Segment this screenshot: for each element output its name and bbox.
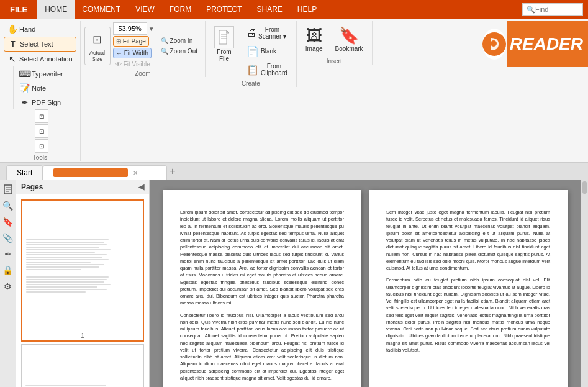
page-thumb-content-1: [22, 201, 122, 331]
zoom-out-icon: 🔍: [161, 48, 168, 55]
search-bar: 🔍: [522, 3, 583, 16]
ribbon-group-zoom: ⊡ ActualSize ▼ ⊞ Fit Page: [81, 21, 206, 77]
sidebar-signatures-button[interactable]: ✒: [1, 247, 15, 261]
sidebar-bookmarks-button[interactable]: 🔖: [1, 215, 15, 229]
insert-group-label: Insert: [327, 57, 342, 65]
from-clipboard-label: FromClipboard: [261, 63, 287, 76]
pdf-text-right-p1: Sem integer vitae justo eget magna ferme…: [386, 209, 550, 271]
from-scanner-icon: 🖨: [247, 27, 256, 39]
vertical-scrollbar[interactable]: [581, 180, 588, 387]
blank-icon: 📄: [247, 45, 259, 57]
fit-page-icon: ⊞: [116, 38, 121, 45]
pdf-page-left: Lorem ipsum dolor sit amet, consectetur …: [163, 190, 361, 387]
from-file-icon: [214, 26, 234, 48]
new-tab-button[interactable]: +: [170, 166, 175, 180]
fit-visible-icon: 👁: [115, 61, 122, 68]
pdf-text-left-p2: Consectetur libero id faucibus nisl. Ull…: [180, 312, 344, 382]
extra-tool-3[interactable]: ⊡: [35, 139, 48, 153]
select-text-button[interactable]: T Select Text: [4, 37, 76, 52]
image-button[interactable]: 🖼 Image: [301, 24, 328, 55]
fit-page-label: Fit Page: [123, 38, 146, 45]
zoom-dropdown-icon[interactable]: ▼: [148, 25, 155, 32]
pdf-page-right: Sem integer vitae justo eget magna ferme…: [369, 190, 568, 387]
select-annotation-button[interactable]: ↖ Select Annotation: [4, 52, 76, 66]
logo-icon-inner: [482, 32, 506, 56]
tab-start[interactable]: Start: [6, 165, 43, 180]
fit-page-button[interactable]: ⊞ Fit Page: [113, 36, 149, 47]
tab-close-button[interactable]: ✕: [133, 170, 138, 176]
menu-tab-protect[interactable]: PROTECT: [199, 0, 249, 19]
typewriter-icon: ⌨: [20, 69, 30, 79]
from-scanner-button[interactable]: 🖨 FromScanner ▾: [242, 24, 292, 42]
scroll-thumb[interactable]: [582, 181, 587, 194]
select-text-label: Select Text: [20, 40, 53, 48]
pdf-sign-label: PDF Sign: [32, 99, 61, 106]
zoom-input[interactable]: [113, 22, 147, 35]
ribbon: ✋ Hand T Select Text ↖ Select Annotation…: [0, 19, 588, 163]
menu-tab-file[interactable]: FILE: [0, 0, 37, 19]
pages-panel-collapse-button[interactable]: ◀: [138, 183, 144, 191]
fit-width-button[interactable]: ↔ Fit Width: [113, 48, 152, 58]
from-clipboard-icon: 📋: [247, 64, 259, 76]
pages-panel: Pages ◀: [16, 180, 150, 387]
page-thumb-content-2: [22, 345, 121, 387]
ribbon-group-create: FromFile 🖨 FromScanner ▾ 📄 Blank 📋 FromC…: [206, 21, 297, 87]
tab-document[interactable]: ✕: [43, 165, 167, 180]
sidebar-security-button[interactable]: 🔒: [1, 263, 15, 277]
select-annotation-label: Select Annotation: [19, 55, 73, 63]
note-label: Note: [32, 84, 46, 92]
pdf-text-right-p2: Fermentum odio eu feugiat pretium nibh i…: [386, 276, 550, 353]
fit-width-label: Fit Width: [124, 50, 148, 57]
hand-label: Hand: [19, 25, 35, 33]
menu-tab-form[interactable]: FORM: [162, 0, 199, 19]
menu-tab-help[interactable]: HELP: [290, 0, 324, 19]
left-sidebar: 🔍 🔖 📎 ✒ 🔒 ⚙: [0, 180, 16, 387]
fit-width-icon: ↔: [116, 50, 122, 57]
page-thumbnail-2[interactable]: 2: [21, 344, 144, 387]
bookmark-icon: 🔖: [339, 26, 359, 45]
zoom-in-icon: 🔍: [161, 37, 168, 44]
ribbon-group-tools: ✋ Hand T Select Text ↖ Select Annotation…: [0, 21, 81, 161]
fit-visible-label: Fit Visible: [124, 61, 150, 68]
extra-tool-2[interactable]: ⊡: [35, 124, 48, 138]
bookmark-button[interactable]: 🔖 Bookmark: [330, 24, 368, 55]
image-label: Image: [305, 45, 323, 52]
menu-tab-home[interactable]: HOME: [37, 0, 75, 19]
pdf-sign-button[interactable]: ✒ PDF Sign: [16, 96, 67, 109]
search-input[interactable]: [535, 6, 579, 13]
hand-tool-button[interactable]: ✋ Hand: [4, 22, 76, 36]
svg-rect-0: [219, 30, 227, 44]
typewriter-button[interactable]: ⌨ Typewriter: [16, 67, 67, 81]
page-number-1: 1: [22, 331, 143, 340]
svg-point-6: [491, 40, 497, 47]
tab-document-label: [53, 168, 128, 177]
menu-tab-view[interactable]: VIEW: [128, 0, 162, 19]
menu-bar: FILE HOME COMMENT VIEW FORM PROTECT SHAR…: [0, 0, 588, 19]
blank-button[interactable]: 📄 Blank: [242, 43, 292, 60]
menu-tab-share[interactable]: SHARE: [250, 0, 290, 19]
fit-visible-button[interactable]: 👁 Fit Visible: [113, 60, 153, 69]
app-name: READER: [510, 34, 583, 54]
pages-list[interactable]: 1: [16, 194, 149, 387]
from-file-label: FromFile: [217, 48, 231, 62]
pdf-content-area[interactable]: Lorem ipsum dolor sit amet, consectetur …: [150, 180, 581, 387]
note-icon: 📝: [20, 83, 30, 93]
from-clipboard-button[interactable]: 📋 FromClipboard: [242, 60, 292, 79]
tools-group-label: Tools: [33, 153, 47, 161]
sidebar-search-button[interactable]: 🔍: [1, 199, 15, 212]
menu-tab-comment[interactable]: COMMENT: [75, 0, 128, 19]
zoom-group-label: Zoom: [135, 69, 151, 77]
typewriter-label: Typewriter: [32, 70, 63, 78]
sidebar-settings-button[interactable]: ⚙: [1, 280, 15, 293]
zoom-in-button[interactable]: 🔍 Zoom In: [157, 36, 201, 45]
zoom-out-button[interactable]: 🔍 Zoom Out: [157, 47, 201, 56]
sidebar-attachments-button[interactable]: 📎: [1, 231, 15, 245]
extra-tool-1[interactable]: ⊡: [35, 109, 48, 123]
note-button[interactable]: 📝 Note: [16, 81, 67, 95]
page-thumbnail-1[interactable]: 1: [21, 199, 144, 342]
actual-size-button[interactable]: ⊡ ActualSize: [84, 27, 111, 65]
from-file-button[interactable]: FromFile: [209, 24, 239, 79]
pages-panel-title: Pages: [21, 183, 43, 191]
sidebar-pages-button[interactable]: [1, 183, 15, 196]
create-group-label: Create: [242, 79, 260, 87]
